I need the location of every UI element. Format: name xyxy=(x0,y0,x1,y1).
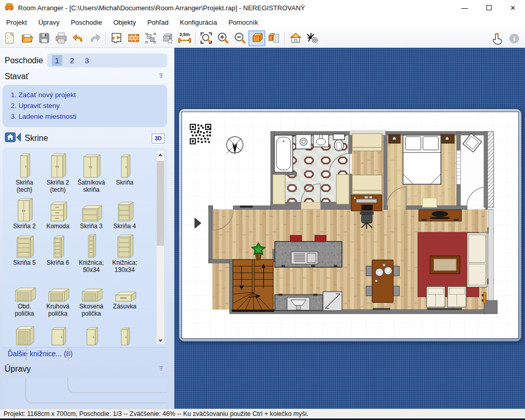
cabinet-thumbnail xyxy=(75,319,108,346)
library-item[interactable]: Knižnica; 50x34 xyxy=(75,232,108,273)
library-item[interactable]: Skriňa 5 xyxy=(8,232,41,273)
step-new-project-link[interactable]: 1. Začať nový projekt xyxy=(11,89,162,100)
touch-mode-icon[interactable] xyxy=(488,30,505,46)
house-3d-icon[interactable]: 3D xyxy=(287,30,304,46)
library-scrollbar[interactable] xyxy=(156,150,165,344)
sink[interactable] xyxy=(313,135,329,147)
nightstand[interactable] xyxy=(389,135,401,143)
print-icon[interactable] xyxy=(52,30,69,46)
bedroom-rug[interactable] xyxy=(423,198,437,207)
insert-object-icon[interactable] xyxy=(159,30,176,46)
object-list-icon[interactable] xyxy=(265,30,282,46)
menu-upravy[interactable]: Úpravy xyxy=(32,16,65,28)
view-3d-icon[interactable] xyxy=(248,30,265,46)
library-item[interactable]: Skriňa 2 (tech) xyxy=(41,152,75,193)
menu-poschodie[interactable]: Poschodie xyxy=(65,16,108,28)
library-item[interactable] xyxy=(108,319,141,346)
measure-distance-icon[interactable]: 3,5m xyxy=(176,30,193,46)
explode-view-icon[interactable] xyxy=(304,30,321,46)
bar-stool[interactable] xyxy=(290,235,301,242)
library-item[interactable]: Skriňa 6 xyxy=(41,232,75,273)
floor-plan-window[interactable] xyxy=(179,109,521,341)
library-item[interactable]: Zásuvka xyxy=(108,276,141,317)
select-objects-icon[interactable] xyxy=(142,30,159,46)
room-arranger-window: Room Arranger - [C:\Users\Michal\Documen… xyxy=(0,0,525,420)
zoom-in-icon[interactable] xyxy=(214,30,231,46)
bathtub[interactable] xyxy=(274,135,293,173)
step-edit-walls-link[interactable]: 2. Upraviť steny xyxy=(11,100,162,111)
menu-projekt[interactable]: Projekt xyxy=(1,16,32,28)
zoom-out-icon[interactable] xyxy=(231,30,248,46)
edit-rooms-icon[interactable] xyxy=(108,30,125,46)
double-bed[interactable] xyxy=(403,135,441,185)
save-project-icon[interactable] xyxy=(35,30,52,46)
floor-tab-2[interactable]: 2 xyxy=(67,55,77,66)
scroll-down-arrow[interactable] xyxy=(157,336,164,344)
library-item[interactable]: Skriňa (tech) xyxy=(8,152,41,193)
minimize-button[interactable]: — xyxy=(452,0,477,15)
floor-plan[interactable] xyxy=(182,112,518,338)
library-item[interactable]: Skriňa xyxy=(108,152,141,193)
svg-text:i: i xyxy=(513,35,515,43)
tv-stand[interactable] xyxy=(419,210,462,221)
fridge[interactable] xyxy=(323,291,342,311)
staircase[interactable] xyxy=(232,260,275,312)
menu-pohlad[interactable]: Pohľad xyxy=(141,16,174,28)
bar-stool[interactable] xyxy=(315,235,326,242)
menu-konfiguracia[interactable]: Konfigurácia xyxy=(174,16,223,28)
undo-icon[interactable] xyxy=(69,30,86,46)
toolbar-separator xyxy=(105,32,106,45)
library-home-button[interactable] xyxy=(5,132,21,144)
bathroom-cabinet[interactable] xyxy=(273,174,285,204)
library-item[interactable]: Skriňa 4 xyxy=(108,195,141,230)
close-button[interactable]: ✕ xyxy=(501,0,525,15)
desk-with-computer[interactable] xyxy=(351,195,382,211)
shelf-thumbnail xyxy=(75,276,108,302)
titlebar: Room Arranger - [C:\Users\Michal\Documen… xyxy=(0,0,525,15)
coffee-table[interactable] xyxy=(430,256,460,274)
menu-pomocnik[interactable]: Pomocník xyxy=(223,16,264,28)
scrollbar-thumb[interactable] xyxy=(157,161,164,246)
library-item[interactable]: Kruhová polička xyxy=(41,276,75,317)
maximize-button[interactable] xyxy=(477,0,501,15)
toilet[interactable] xyxy=(333,134,345,151)
collapse-funnel-icon[interactable] xyxy=(158,364,165,374)
library-3d-button[interactable]: 3D xyxy=(152,134,165,143)
sofa[interactable] xyxy=(467,233,487,287)
library-item[interactable]: Skriňa 2 xyxy=(8,195,41,230)
info-icon[interactable]: i xyxy=(505,30,522,46)
armchair[interactable] xyxy=(447,286,466,307)
library-item[interactable]: Obd. polička xyxy=(8,276,41,317)
open-project-icon[interactable] xyxy=(19,30,35,46)
library-item[interactable]: Šatníková skriňa xyxy=(75,152,108,193)
library-item[interactable]: Knižnica; 130x34 xyxy=(108,232,141,273)
nightstand[interactable] xyxy=(440,135,454,143)
bathroom-cabinet[interactable] xyxy=(336,174,349,204)
step-tune-rooms-link[interactable]: 3. Ladenie miestnosti xyxy=(11,111,162,122)
dining-chair[interactable] xyxy=(393,266,400,276)
sidebar: Poschodie 1 2 3 Stavať 1. Začať nový pro… xyxy=(0,48,174,409)
library-item[interactable] xyxy=(8,319,41,346)
redo-icon[interactable] xyxy=(86,30,103,46)
library-item[interactable]: Komoda xyxy=(41,195,75,230)
collapse-funnel-icon[interactable] xyxy=(158,72,165,81)
library-item[interactable]: Skosená polička xyxy=(75,276,108,317)
edit-walls-icon[interactable] xyxy=(125,30,142,46)
library-item[interactable] xyxy=(75,319,108,346)
dining-chair[interactable] xyxy=(366,286,372,296)
zoom-to-fit-icon[interactable] xyxy=(197,30,214,46)
dining-chair[interactable] xyxy=(393,286,400,296)
dining-chair[interactable] xyxy=(366,266,372,276)
drawing-canvas[interactable] xyxy=(174,48,525,409)
more-libraries-link[interactable]: Ďalšie knižnice... (8) xyxy=(3,347,167,360)
menu-objekty[interactable]: Objekty xyxy=(107,16,141,28)
floor-tab-3[interactable]: 3 xyxy=(82,55,92,66)
library-item[interactable]: Skriňa 3 xyxy=(75,195,108,230)
new-project-icon[interactable] xyxy=(2,30,19,46)
floor-tab-1[interactable]: 1 xyxy=(52,55,62,66)
washing-machine[interactable] xyxy=(296,135,311,149)
armchair[interactable] xyxy=(427,286,445,307)
library-item[interactable] xyxy=(41,319,75,346)
scroll-up-arrow[interactable] xyxy=(157,151,164,158)
kitchen-counter-sink[interactable] xyxy=(275,294,323,311)
